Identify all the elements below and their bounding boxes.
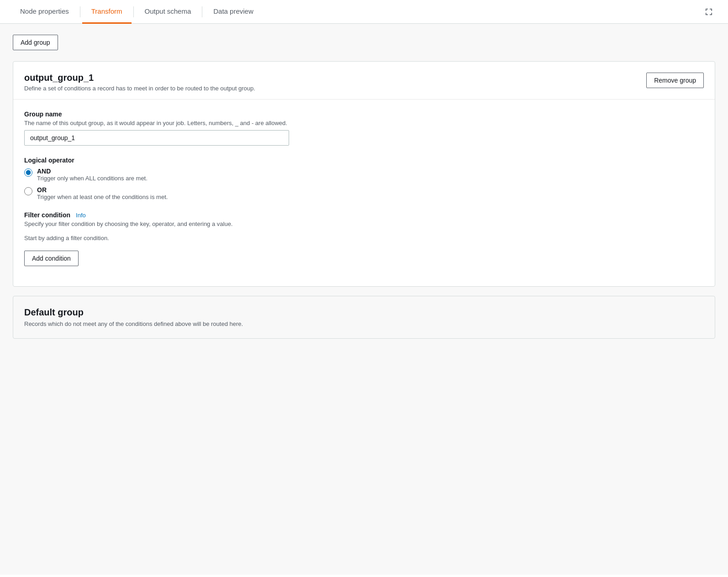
radio-and-label[interactable]: AND Trigger only when ALL conditions are… (37, 168, 148, 182)
expand-icon[interactable] (701, 4, 717, 20)
main-content: Add group output_group_1 Define a set of… (0, 24, 728, 575)
logical-operator-section: Logical operator AND Trigger only when A… (24, 157, 704, 200)
group-card-body: Group name The name of this output group… (13, 100, 715, 286)
empty-filter-message: Start by adding a filter condition. (24, 235, 704, 241)
tab-data-preview[interactable]: Data preview (204, 0, 263, 24)
tab-bar: Node properties Transform Output schema … (0, 0, 728, 24)
group-title: output_group_1 (24, 73, 255, 83)
radio-or-hint: Trigger when at least one of the conditi… (37, 194, 168, 200)
tab-output-schema[interactable]: Output schema (136, 0, 200, 24)
group-card: output_group_1 Define a set of condition… (13, 61, 715, 287)
default-group-subtitle: Records which do not meet any of the con… (24, 320, 704, 327)
add-condition-button[interactable]: Add condition (24, 251, 79, 266)
radio-option-and: AND Trigger only when ALL conditions are… (24, 168, 704, 182)
group-name-hint: The name of this output group, as it wou… (24, 120, 704, 126)
radio-and-input[interactable] (24, 168, 32, 177)
group-name-section: Group name The name of this output group… (24, 110, 704, 146)
filter-condition-label: Filter condition (24, 211, 70, 219)
group-header-info: output_group_1 Define a set of condition… (24, 73, 255, 92)
radio-and-hint: Trigger only when ALL conditions are met… (37, 175, 148, 182)
radio-group: AND Trigger only when ALL conditions are… (24, 168, 704, 200)
radio-or-label[interactable]: OR Trigger when at least one of the cond… (37, 186, 168, 200)
group-name-label: Group name (24, 110, 704, 118)
radio-and-text: AND (37, 168, 148, 175)
tab-separator-1 (80, 6, 80, 17)
filter-condition-section: Filter condition Info Specify your filte… (24, 211, 704, 266)
tab-separator-2 (133, 6, 134, 17)
logical-operator-label: Logical operator (24, 157, 704, 164)
add-group-button[interactable]: Add group (13, 35, 58, 50)
group-subtitle: Define a set of conditions a record has … (24, 85, 255, 92)
default-group-title: Default group (24, 307, 704, 318)
tab-node-properties[interactable]: Node properties (11, 0, 78, 24)
filter-info-link[interactable]: Info (76, 212, 86, 219)
default-group-card: Default group Records which do not meet … (13, 296, 715, 339)
remove-group-button[interactable]: Remove group (646, 73, 704, 88)
radio-or-text: OR (37, 186, 168, 194)
radio-option-or: OR Trigger when at least one of the cond… (24, 186, 704, 200)
filter-hint: Specify your filter condition by choosin… (24, 220, 704, 227)
filter-header: Filter condition Info (24, 211, 704, 219)
tab-separator-3 (202, 6, 202, 17)
radio-or-input[interactable] (24, 187, 32, 195)
group-card-header: output_group_1 Define a set of condition… (13, 62, 715, 100)
tab-transform[interactable]: Transform (82, 0, 132, 24)
group-name-input[interactable] (24, 130, 289, 146)
